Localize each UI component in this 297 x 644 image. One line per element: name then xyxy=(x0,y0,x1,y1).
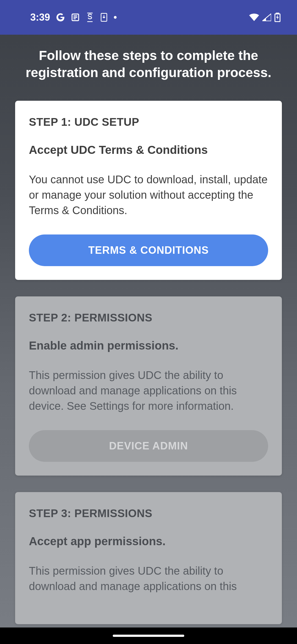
step-3-card: STEP 3: PERMISSIONS Accept app permissio… xyxy=(15,492,282,624)
battery-charging-icon xyxy=(274,13,280,22)
step-1-card: STEP 1: UDC SETUP Accept UDC Terms & Con… xyxy=(15,101,282,280)
navigation-bar xyxy=(0,627,297,644)
svg-rect-8 xyxy=(276,13,279,14)
terms-conditions-button[interactable]: TERMS & CONDITIONS xyxy=(29,234,268,266)
step-3-body: This permission gives UDC the ability to… xyxy=(29,563,268,594)
step-1-title: STEP 1: UDC SETUP xyxy=(29,116,268,128)
step-3-title: STEP 3: PERMISSIONS xyxy=(29,507,268,520)
google-icon xyxy=(56,13,65,22)
content-area: Follow these steps to complete the regis… xyxy=(0,35,297,624)
status-time: 3:39 xyxy=(30,12,50,23)
page-title: Follow these steps to complete the regis… xyxy=(15,47,282,81)
device-admin-button: DEVICE ADMIN xyxy=(29,430,268,462)
step-2-title: STEP 2: PERMISSIONS xyxy=(29,312,268,324)
wifi-icon xyxy=(249,13,259,21)
status-left: 3:39 xyxy=(30,12,117,23)
download-icon xyxy=(100,13,108,22)
status-right xyxy=(249,13,280,22)
s-icon xyxy=(86,13,94,22)
signal-icon xyxy=(262,13,271,21)
step-2-card: STEP 2: PERMISSIONS Enable admin permiss… xyxy=(15,296,282,476)
step-2-subtitle: Enable admin permissions. xyxy=(29,339,268,352)
step-2-body: This permission gives UDC the ability to… xyxy=(29,367,268,414)
status-bar: 3:39 xyxy=(0,0,297,35)
status-dot-icon xyxy=(114,16,117,19)
news-icon xyxy=(71,13,80,22)
nav-handle[interactable] xyxy=(113,635,184,637)
step-1-subtitle: Accept UDC Terms & Conditions xyxy=(29,143,268,157)
step-1-body: You cannot use UDC to download, install,… xyxy=(29,172,268,218)
step-3-subtitle: Accept app permissions. xyxy=(29,535,268,548)
